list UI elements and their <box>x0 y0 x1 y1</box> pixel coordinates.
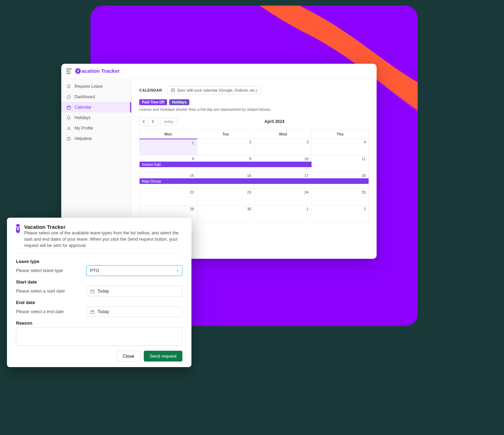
legend-note: Leaves and Holidays shorter than a full … <box>139 107 369 111</box>
event-bar[interactable]: Jovana Vujić <box>140 162 312 167</box>
end-date-label: End date <box>16 300 182 305</box>
calendar-cell[interactable]: 3 <box>254 139 312 155</box>
event-bar[interactable]: Maja Džunja <box>140 178 369 184</box>
sidebar-item-label: Dashboard <box>74 94 95 99</box>
send-request-button[interactable]: Send request <box>144 351 182 362</box>
svg-point-4 <box>69 139 69 140</box>
request-leave-modal: V Vacation Tracker Please select one of … <box>7 218 191 367</box>
svg-rect-9 <box>91 311 94 314</box>
legend-pills: Paid Time Off Holidays <box>139 99 369 105</box>
sidebar-item-calendar[interactable]: Calendar <box>61 102 131 112</box>
chevron-down-icon: ▾ <box>177 269 179 273</box>
calendar-row: 1 2 3 4 <box>140 138 369 155</box>
divider <box>16 254 182 254</box>
cell-date: 3 <box>306 140 308 144</box>
chevron-left-icon <box>142 120 145 123</box>
help-icon <box>66 136 71 141</box>
calendar-cell[interactable]: 1 <box>140 139 197 155</box>
leave-type-value: PTO <box>90 268 99 273</box>
cell-date: 1 <box>192 141 194 145</box>
page-title: CALENDAR <box>139 88 162 92</box>
pill-holidays[interactable]: Holidays <box>169 99 189 105</box>
calendar-cell[interactable]: 22 <box>140 189 197 205</box>
modal-header: V Vacation Tracker Please select one of … <box>16 224 182 249</box>
modal-description: Please select one of the available leave… <box>24 230 182 249</box>
close-button[interactable]: Close <box>117 351 140 362</box>
sidebar-item-label: Request Leave <box>74 84 103 89</box>
leave-type-select[interactable]: PTO ▾ <box>86 265 182 276</box>
start-date-input[interactable]: Today <box>86 286 182 296</box>
sync-button-label: Sync with your calendar (Google, Outlook… <box>177 88 258 92</box>
sidebar-item-label: Calendar <box>74 105 92 110</box>
end-date-input[interactable]: Today <box>86 306 182 317</box>
svg-point-2 <box>68 127 69 128</box>
next-button[interactable] <box>148 117 157 126</box>
cell-date: 11 <box>362 157 366 161</box>
cell-date: 4 <box>364 140 366 144</box>
start-date-sublabel: Please select a start date <box>16 289 83 294</box>
cell-date: 30 <box>247 207 251 211</box>
cell-date: 17 <box>304 173 308 178</box>
sidebar-item-request-leave[interactable]: Request Leave <box>61 81 131 92</box>
calendar-grid: Mon Tue Wed Thu 1 2 3 4 8 9 10 11 Jovana… <box>139 130 369 222</box>
calendar-cell[interactable]: 24 <box>254 189 312 205</box>
sidebar-item-label: My Profile <box>74 126 93 131</box>
calendar-cell[interactable]: 23 <box>197 189 254 205</box>
prev-button[interactable] <box>139 117 148 126</box>
calendar-cell[interactable]: 2 <box>312 205 369 222</box>
leave-type-sublabel: Please select leave type <box>16 268 83 273</box>
sidebar-item-my-profile[interactable]: My Profile <box>61 123 131 133</box>
modal-title: Vacation Tracker <box>24 224 182 230</box>
main-header-row: CALENDAR Sync with your calendar (Google… <box>139 86 369 94</box>
pill-pto[interactable]: Paid Time Off <box>139 99 167 105</box>
gauge-icon <box>66 94 71 99</box>
cell-date: 9 <box>249 157 251 161</box>
calendar-cell[interactable]: 30 <box>197 205 254 222</box>
sidebar-item-dashboard[interactable]: Dashboard <box>61 92 131 102</box>
svg-rect-6 <box>172 90 173 91</box>
app-header: V acation Tracker <box>61 64 377 78</box>
calendar-row: 15 16 17 18 Maja Džunja <box>140 172 369 188</box>
field-leave-type: Leave type Please select leave type PTO … <box>16 259 182 276</box>
sidebar-item-holidays[interactable]: Holidays <box>61 112 131 123</box>
calendar-cell[interactable]: 4 <box>312 139 369 155</box>
user-icon <box>66 126 71 131</box>
logo-circle-icon: V <box>75 68 81 74</box>
calendar-cell[interactable]: 11 <box>312 155 369 172</box>
cell-date: 25 <box>362 190 366 194</box>
nav-button-group <box>139 117 157 126</box>
cell-date: 29 <box>190 207 194 211</box>
modal-footer: Close Send request <box>16 351 182 362</box>
bell-icon <box>66 84 71 89</box>
field-start-date: Start date Please select a start date To… <box>16 279 182 296</box>
end-date-value: Today <box>97 309 109 314</box>
bell-icon <box>66 115 71 120</box>
svg-rect-1 <box>67 106 70 109</box>
menu-icon[interactable] <box>66 69 72 73</box>
today-button[interactable]: today <box>160 118 177 125</box>
sidebar-item-helpdesk[interactable]: Helpdesk <box>61 133 131 144</box>
start-date-label: Start date <box>16 279 182 285</box>
svg-rect-8 <box>91 290 94 293</box>
calendar-cell[interactable]: 1 <box>254 205 312 222</box>
sync-calendar-button[interactable]: Sync with your calendar (Google, Outlook… <box>167 86 261 94</box>
cell-date: 2 <box>249 140 251 144</box>
modal-logo-icon: V <box>16 224 20 233</box>
calendar-cell[interactable]: 25 <box>312 189 369 205</box>
start-date-value: Today <box>97 289 109 294</box>
svg-rect-7 <box>173 90 174 91</box>
calendar-cell[interactable]: 2 <box>197 139 254 155</box>
app-logo: V acation Tracker <box>75 68 120 74</box>
calendar-row: 22 23 24 25 <box>140 188 369 205</box>
cell-date: 23 <box>247 190 251 194</box>
reason-textarea[interactable] <box>16 327 182 346</box>
cell-date: 18 <box>362 173 366 178</box>
field-end-date: End date Please select a end date Today <box>16 300 182 317</box>
calendar-icon <box>90 310 95 314</box>
day-head: Mon <box>140 130 197 138</box>
day-head: Tue <box>197 130 254 138</box>
end-date-sublabel: Please select a end date <box>16 309 83 314</box>
calendar-icon <box>90 289 95 294</box>
calendar-sync-icon <box>171 88 175 92</box>
cell-date: 15 <box>190 173 194 178</box>
